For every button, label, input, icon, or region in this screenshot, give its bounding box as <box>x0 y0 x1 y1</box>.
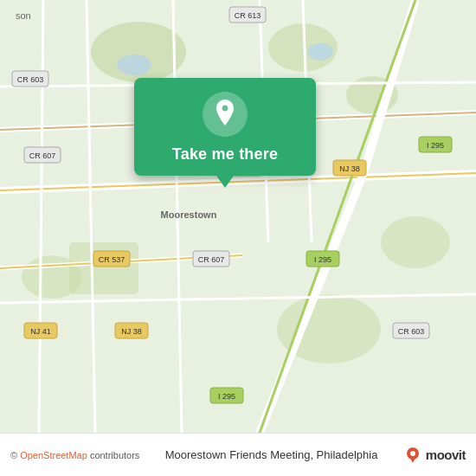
svg-text:I 295: I 295 <box>427 141 444 150</box>
bottom-bar: © OpenStreetMap contributors Moorestown … <box>0 433 476 476</box>
svg-marker-55 <box>410 458 415 463</box>
svg-point-8 <box>117 55 151 75</box>
moovit-text: moovit <box>426 447 466 462</box>
svg-text:NJ 41: NJ 41 <box>30 327 51 336</box>
location-pin-icon <box>203 92 248 137</box>
svg-point-56 <box>410 451 415 456</box>
svg-text:I 295: I 295 <box>314 255 331 264</box>
svg-point-9 <box>307 43 333 61</box>
attribution: © OpenStreetMap contributors <box>10 450 139 460</box>
svg-text:NJ 38: NJ 38 <box>121 327 142 336</box>
svg-text:CR 613: CR 613 <box>235 11 261 20</box>
svg-text:I 295: I 295 <box>218 392 235 401</box>
svg-text:Moorestown: Moorestown <box>161 209 217 220</box>
svg-text:son: son <box>16 10 31 21</box>
svg-point-7 <box>381 216 450 268</box>
svg-text:CR 603: CR 603 <box>17 75 44 84</box>
svg-text:NJ 38: NJ 38 <box>339 164 360 173</box>
svg-text:CR 607: CR 607 <box>29 151 56 160</box>
svg-text:CR 607: CR 607 <box>198 255 225 264</box>
map-container: CR 613 CR 603 CR 607 NJ 38 NJ 38 I 295 C… <box>0 0 476 433</box>
attribution-prefix: © <box>10 450 20 460</box>
take-me-there-button[interactable]: Take me there <box>172 145 278 164</box>
moovit-logo: moovit <box>403 446 466 465</box>
openstreetmap-link[interactable]: OpenStreetMap <box>20 450 87 460</box>
popup-card[interactable]: Take me there <box>134 78 316 176</box>
attribution-suffix: contributors <box>87 450 140 460</box>
svg-point-6 <box>22 255 82 299</box>
svg-text:CR 537: CR 537 <box>99 255 125 264</box>
svg-text:CR 603: CR 603 <box>398 327 425 336</box>
svg-rect-0 <box>0 0 476 433</box>
place-info: Moorestown Friends Meeting, Philadelphia <box>165 448 378 461</box>
moovit-icon-svg <box>403 446 422 465</box>
